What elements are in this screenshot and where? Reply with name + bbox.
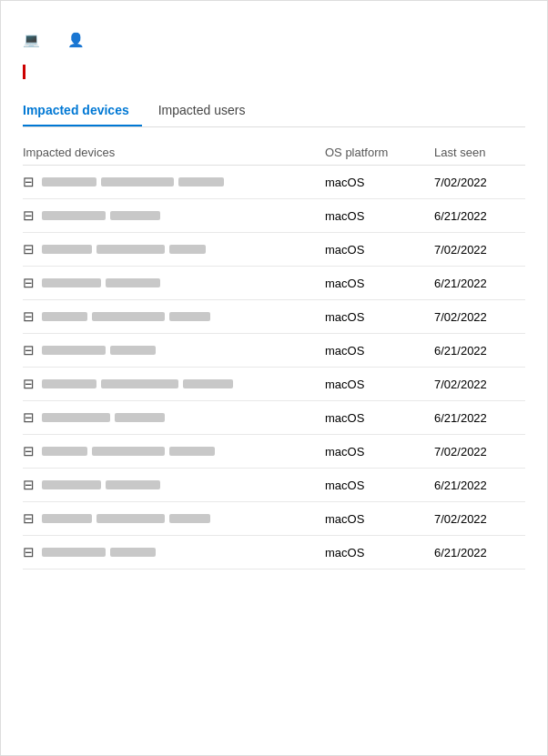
device-cell: ⊟ bbox=[23, 510, 325, 527]
users-meta: 👤 bbox=[67, 32, 94, 48]
laptop-icon: ⊟ bbox=[23, 275, 35, 291]
meta-row: 💻 👤 bbox=[23, 32, 525, 48]
device-name-redacted bbox=[42, 413, 165, 422]
table-row[interactable]: ⊟macOS6/21/2022 bbox=[23, 334, 525, 368]
laptop-icon: ⊟ bbox=[23, 510, 35, 527]
device-cell: ⊟ bbox=[23, 308, 325, 325]
os-platform: macOS bbox=[325, 445, 434, 459]
device-cell: ⊟ bbox=[23, 174, 325, 190]
devices-meta: 💻 bbox=[23, 32, 49, 48]
table-header: Impacted devices OS platform Last seen bbox=[23, 140, 525, 166]
device-name-redacted bbox=[42, 278, 160, 287]
device-cell: ⊟ bbox=[23, 275, 325, 291]
laptop-icon: ⊟ bbox=[23, 308, 35, 325]
last-seen: 6/21/2022 bbox=[434, 479, 525, 492]
os-platform: macOS bbox=[325, 277, 434, 290]
os-platform: macOS bbox=[325, 546, 434, 559]
panel: 💻 👤 Impacted devices Impacted users Impa… bbox=[0, 0, 548, 756]
os-platform: macOS bbox=[325, 209, 434, 223]
last-seen: 7/02/2022 bbox=[434, 243, 525, 257]
os-platform: macOS bbox=[325, 411, 434, 425]
last-seen: 6/21/2022 bbox=[434, 277, 525, 290]
device-cell: ⊟ bbox=[23, 477, 325, 493]
last-seen: 7/02/2022 bbox=[434, 378, 525, 391]
tab-impacted-users[interactable]: Impacted users bbox=[158, 96, 259, 126]
table-row[interactable]: ⊟macOS6/21/2022 bbox=[23, 199, 525, 233]
os-platform: macOS bbox=[325, 243, 434, 257]
device-cell: ⊟ bbox=[23, 409, 325, 426]
laptop-icon: ⊟ bbox=[23, 409, 35, 426]
laptop-icon: ⊟ bbox=[23, 241, 35, 257]
last-seen: 7/02/2022 bbox=[434, 176, 525, 189]
table-row[interactable]: ⊟macOS7/02/2022 bbox=[23, 166, 525, 199]
last-seen: 7/02/2022 bbox=[434, 310, 525, 324]
last-seen: 6/21/2022 bbox=[434, 546, 525, 559]
laptop-icon: ⊟ bbox=[23, 207, 35, 224]
table-row[interactable]: ⊟macOS7/02/2022 bbox=[23, 368, 525, 401]
device-icon: 💻 bbox=[23, 32, 40, 48]
last-seen: 6/21/2022 bbox=[434, 344, 525, 358]
table-row[interactable]: ⊟macOS7/02/2022 bbox=[23, 502, 525, 536]
last-seen: 6/21/2022 bbox=[434, 411, 525, 425]
device-name-redacted bbox=[42, 447, 215, 456]
table-body: ⊟macOS7/02/2022⊟macOS6/21/2022⊟macOS7/02… bbox=[23, 166, 525, 570]
table-row[interactable]: ⊟macOS6/21/2022 bbox=[23, 267, 525, 300]
laptop-icon: ⊟ bbox=[23, 544, 35, 560]
last-seen: 7/02/2022 bbox=[434, 445, 525, 459]
laptop-icon: ⊟ bbox=[23, 342, 35, 358]
device-cell: ⊟ bbox=[23, 342, 325, 358]
tabs-container: Impacted devices Impacted users bbox=[23, 96, 525, 127]
device-name-redacted bbox=[42, 514, 210, 523]
device-cell: ⊟ bbox=[23, 376, 325, 392]
table-row[interactable]: ⊟macOS7/02/2022 bbox=[23, 233, 525, 267]
laptop-icon: ⊟ bbox=[23, 174, 35, 190]
device-name-redacted bbox=[42, 548, 156, 557]
users-icon: 👤 bbox=[67, 32, 85, 48]
os-platform: macOS bbox=[325, 344, 434, 358]
device-name-redacted bbox=[42, 211, 160, 220]
table-row[interactable]: ⊟macOS7/02/2022 bbox=[23, 300, 525, 334]
table-row[interactable]: ⊟macOS6/21/2022 bbox=[23, 536, 525, 570]
device-cell: ⊟ bbox=[23, 241, 325, 257]
notification-box bbox=[23, 65, 525, 79]
laptop-icon: ⊟ bbox=[23, 477, 35, 493]
col-header-devices: Impacted devices bbox=[23, 146, 325, 159]
device-name-redacted bbox=[42, 480, 160, 489]
col-header-lastseen: Last seen bbox=[434, 146, 525, 159]
laptop-icon: ⊟ bbox=[23, 376, 35, 392]
last-seen: 7/02/2022 bbox=[434, 512, 525, 526]
os-platform: macOS bbox=[325, 176, 434, 189]
device-name-redacted bbox=[42, 346, 156, 355]
device-name-redacted bbox=[42, 312, 210, 321]
table-row[interactable]: ⊟macOS7/02/2022 bbox=[23, 435, 525, 469]
device-name-redacted bbox=[42, 379, 233, 388]
tab-impacted-devices[interactable]: Impacted devices bbox=[23, 96, 142, 126]
table-row[interactable]: ⊟macOS6/21/2022 bbox=[23, 401, 525, 435]
device-name-redacted bbox=[42, 177, 224, 186]
device-cell: ⊟ bbox=[23, 207, 325, 224]
col-header-os: OS platform bbox=[325, 146, 434, 159]
last-seen: 6/21/2022 bbox=[434, 209, 525, 223]
device-cell: ⊟ bbox=[23, 443, 325, 459]
laptop-icon: ⊟ bbox=[23, 443, 35, 459]
os-platform: macOS bbox=[325, 378, 434, 391]
os-platform: macOS bbox=[325, 512, 434, 526]
table-row[interactable]: ⊟macOS6/21/2022 bbox=[23, 469, 525, 502]
device-name-redacted bbox=[42, 245, 206, 254]
device-cell: ⊟ bbox=[23, 544, 325, 560]
os-platform: macOS bbox=[325, 479, 434, 492]
os-platform: macOS bbox=[325, 310, 434, 324]
